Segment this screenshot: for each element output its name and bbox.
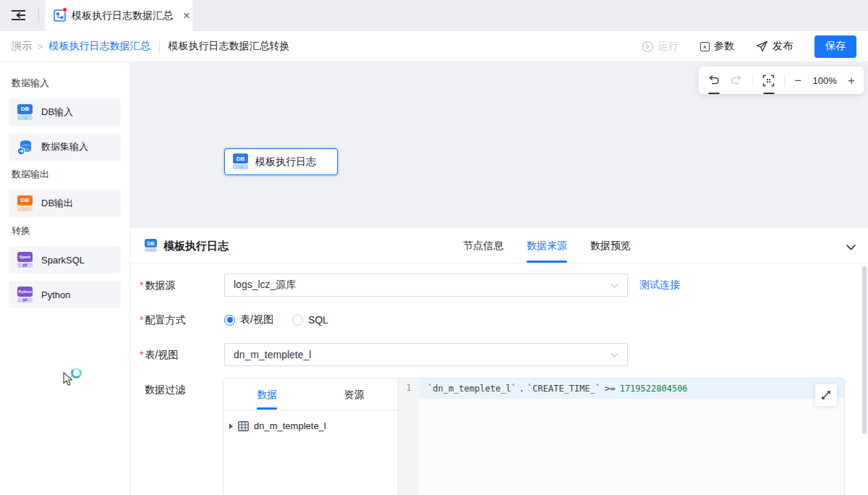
code-operator: >= bbox=[605, 384, 615, 394]
radio-table-view-label[interactable]: 表/视图 bbox=[240, 313, 273, 326]
dataset-input-icon bbox=[17, 139, 33, 156]
tab-bar: 模板执行日志数据汇总 × bbox=[0, 0, 868, 31]
db-output-icon: DB ← bbox=[17, 195, 33, 212]
code-number-literal: 1719522804506 bbox=[620, 384, 688, 394]
redo-button[interactable] bbox=[730, 67, 743, 94]
breadcrumb-separator: > bbox=[38, 41, 43, 52]
component-sidebar: 数据输入 DB → DB输入 数据集输入 数 bbox=[0, 62, 130, 495]
python-icon: Python ⇄ bbox=[17, 287, 33, 303]
sidebar-section-data-input: 数据输入 bbox=[12, 77, 118, 90]
zoom-in-button[interactable]: + bbox=[848, 75, 855, 87]
sidebar-section-data-output: 数据输出 bbox=[12, 168, 118, 181]
chevron-down-icon bbox=[610, 348, 618, 361]
params-button[interactable]: x 参数 bbox=[700, 40, 734, 53]
header-actions: 运行 x 参数 发布 保存 bbox=[642, 35, 856, 58]
run-button: 运行 bbox=[642, 40, 678, 53]
flow-canvas[interactable]: DB → 模板执行日志 bbox=[130, 62, 868, 228]
table-grid-icon bbox=[238, 421, 249, 431]
sidebar-item-python[interactable]: Python ⇄ Python bbox=[9, 281, 121, 308]
radio-sql-label[interactable]: SQL bbox=[308, 314, 328, 326]
expand-editor-button[interactable] bbox=[815, 384, 837, 406]
sidebar-section-transform: 转换 bbox=[12, 224, 118, 237]
code-dot: . bbox=[519, 384, 524, 394]
table-view-label: *表/视图 bbox=[140, 349, 178, 362]
zoom-out-button[interactable]: − bbox=[794, 75, 801, 87]
code-column-identifier: `CREATE_TIME_` bbox=[527, 384, 600, 394]
play-circle-icon bbox=[642, 41, 654, 53]
filter-code-editor[interactable]: 1 `dn_m_templete_l`.`CREATE_TIME_`>=1719… bbox=[399, 378, 844, 495]
tab-resource[interactable]: 资源 bbox=[311, 378, 399, 410]
flow-node-label: 模板执行日志 bbox=[255, 156, 316, 169]
required-mark: * bbox=[140, 279, 143, 291]
sidebar-item-label: DB输出 bbox=[41, 197, 73, 210]
breadcrumb-root: 演示 bbox=[12, 40, 32, 53]
datasource-value: logs_lcz_源库 bbox=[234, 279, 296, 292]
tab-title: 模板执行日志数据汇总 bbox=[72, 9, 173, 22]
params-label: 参数 bbox=[714, 40, 734, 53]
undo-active-mark bbox=[709, 93, 720, 94]
zoom-level: 100% bbox=[811, 75, 838, 86]
save-button[interactable]: 保存 bbox=[814, 35, 856, 58]
db-input-icon: DB → bbox=[232, 153, 249, 170]
config-mode-label: *配置方式 bbox=[140, 314, 185, 327]
chevron-down-icon[interactable] bbox=[846, 241, 856, 254]
line-number-gutter: 1 bbox=[399, 378, 419, 495]
tree-item-table[interactable]: dn_m_templete_l bbox=[224, 410, 398, 431]
tab-data-source[interactable]: 数据来源 bbox=[527, 228, 567, 263]
canvas-toolbar: − 100% + bbox=[699, 67, 864, 94]
sparksql-icon: Spark ⇄ bbox=[17, 252, 33, 268]
code-table-identifier: `dn_m_templete_l` bbox=[427, 384, 516, 394]
sidebar-item-label: 数据集输入 bbox=[41, 140, 88, 153]
breadcrumb-flow-link[interactable]: 模板执行日志数据汇总 bbox=[49, 40, 150, 53]
tab-data-preview[interactable]: 数据预览 bbox=[590, 228, 631, 263]
sidebar-item-dataset-input[interactable]: 数据集输入 bbox=[9, 133, 121, 161]
panel-scrollbar-thumb[interactable] bbox=[862, 266, 867, 434]
data-filter-label: 数据过滤 bbox=[145, 384, 185, 397]
panel-title: 模板执行日志 bbox=[163, 228, 229, 263]
breadcrumb-divider bbox=[159, 41, 160, 52]
toolbar-divider bbox=[752, 75, 753, 86]
page-header: 演示 > 模板执行日志数据汇总 模板执行日志数据汇总转换 运行 x 参数 bbox=[0, 31, 868, 62]
line-number: 1 bbox=[399, 383, 419, 393]
test-connection-link[interactable]: 测试连接 bbox=[639, 279, 680, 292]
flow-node-template-log[interactable]: DB → 模板执行日志 bbox=[224, 148, 338, 175]
parameter-x-icon: x bbox=[700, 42, 710, 51]
breadcrumb-current: 模板执行日志数据汇总转换 bbox=[169, 40, 290, 53]
tree-expand-caret-icon[interactable] bbox=[229, 423, 233, 429]
paper-plane-icon bbox=[756, 41, 768, 52]
collapse-sidebar-icon[interactable] bbox=[10, 8, 27, 23]
sidebar-item-label: DB输入 bbox=[41, 106, 73, 119]
sidebar-item-sparksql[interactable]: Spark ⇄ SparkSQL bbox=[9, 246, 121, 274]
undo-button[interactable] bbox=[707, 67, 720, 94]
radio-table-view[interactable] bbox=[224, 315, 235, 326]
expand-diagonal-icon bbox=[821, 390, 831, 400]
publish-button[interactable]: 发布 bbox=[756, 40, 793, 53]
db-input-icon: DB → bbox=[17, 104, 33, 121]
config-mode-radio-group: 表/视图 SQL bbox=[224, 313, 328, 326]
tree-item-label: dn_m_templete_l bbox=[254, 420, 326, 431]
fit-view-active-mark bbox=[763, 93, 774, 94]
filter-left-pane: 数据 资源 dn_m_templete_l bbox=[224, 378, 399, 495]
unsaved-indicator-dot bbox=[62, 7, 67, 12]
tabbar-divider bbox=[38, 9, 39, 22]
tab-close-icon[interactable]: × bbox=[183, 9, 190, 22]
radio-sql[interactable] bbox=[292, 315, 303, 326]
panel-header: DB → 模板执行日志 节点信息 数据来源 数据预览 bbox=[130, 228, 868, 263]
table-view-select[interactable]: dn_m_templete_l bbox=[224, 343, 628, 366]
filter-expression[interactable]: `dn_m_templete_l`.`CREATE_TIME_`>=171952… bbox=[427, 384, 688, 394]
sidebar-item-label: Python bbox=[41, 289, 70, 300]
active-tab-underline bbox=[527, 261, 567, 263]
datasource-label: *数据源 bbox=[140, 279, 175, 292]
fit-view-button[interactable] bbox=[762, 67, 775, 94]
app-window: 模板执行日志数据汇总 × 演示 > 模板执行日志数据汇总 模板执行日志数据汇总转… bbox=[0, 0, 868, 495]
tab-data[interactable]: 数据 bbox=[224, 378, 311, 410]
tab-template-log-summary[interactable]: 模板执行日志数据汇总 × bbox=[45, 0, 192, 31]
datasource-select[interactable]: logs_lcz_源库 bbox=[224, 274, 628, 297]
sidebar-item-db-output[interactable]: DB ← DB输出 bbox=[9, 190, 121, 217]
node-config-panel: DB → 模板执行日志 节点信息 数据来源 数据预览 *数据源 logs_lcz… bbox=[130, 228, 868, 495]
toolbar-divider bbox=[784, 75, 785, 86]
table-view-value: dn_m_templete_l bbox=[234, 349, 311, 360]
required-mark: * bbox=[140, 314, 143, 326]
sidebar-item-db-input[interactable]: DB → DB输入 bbox=[9, 98, 121, 126]
tab-node-info[interactable]: 节点信息 bbox=[463, 228, 503, 263]
